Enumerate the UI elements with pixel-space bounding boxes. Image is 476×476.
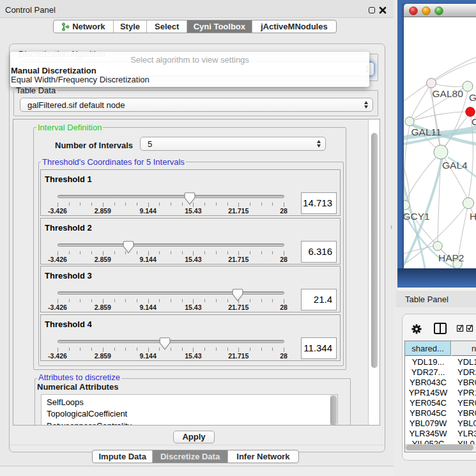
- svg-text:HAP2: HAP2: [438, 252, 464, 263]
- svg-text:GAL11: GAL11: [411, 127, 441, 137]
- svg-text:GA: GA: [469, 92, 476, 103]
- svg-text:HIS: HIS: [470, 211, 476, 222]
- svg-text:GCY1: GCY1: [404, 211, 430, 222]
- svg-text:GAL80: GAL80: [433, 88, 464, 99]
- svg-text:GAL4: GAL4: [442, 160, 468, 171]
- svg-text:C: C: [472, 116, 476, 127]
